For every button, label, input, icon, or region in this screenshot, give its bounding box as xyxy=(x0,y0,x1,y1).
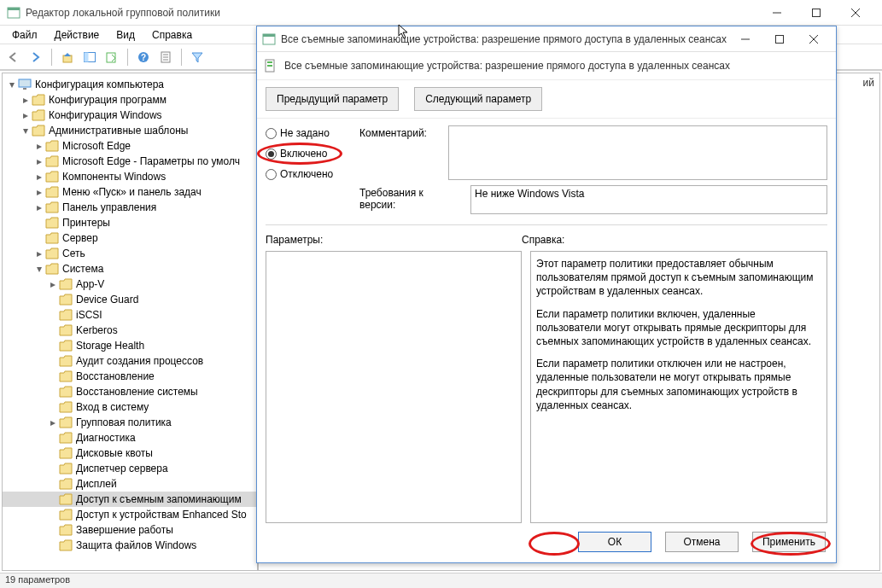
help-label: Справка: xyxy=(522,234,827,246)
tree-item[interactable]: ▸Сеть xyxy=(3,246,257,261)
chevron-right-icon[interactable]: ▸ xyxy=(20,108,32,123)
chevron-right-icon[interactable]: ▸ xyxy=(33,200,45,215)
toolbar-forward-button[interactable] xyxy=(26,47,46,67)
menu-file[interactable]: Файл xyxy=(5,27,44,43)
help-box[interactable]: Этот параметр политики предоставляет обы… xyxy=(530,251,827,523)
tree[interactable]: ▾ Конфигурация компьютера ▸Конфигурация … xyxy=(3,73,257,556)
tree-item[interactable]: Доступ к съемным запоминающим xyxy=(3,492,257,507)
folder-icon xyxy=(59,447,73,459)
folder-icon xyxy=(59,294,73,306)
tree-item-label: Конфигурация Windows xyxy=(49,108,162,123)
prev-setting-button[interactable]: Предыдущий параметр xyxy=(266,87,399,111)
menu-view[interactable]: Вид xyxy=(109,27,142,43)
tree-item[interactable]: Вход в систему xyxy=(3,399,257,415)
tree-item[interactable]: Диспетчер сервера xyxy=(3,461,257,476)
tree-item[interactable]: Device Guard xyxy=(3,292,257,307)
folder-icon xyxy=(59,309,73,321)
tree-item[interactable]: ▾Система xyxy=(3,261,257,277)
toolbar-back-button[interactable] xyxy=(3,47,24,67)
dialog-icon xyxy=(262,32,276,46)
cancel-button[interactable]: Отмена xyxy=(665,532,739,552)
tree-item-label: Аудит создания процессов xyxy=(76,353,203,369)
toolbar-filter-button[interactable] xyxy=(187,47,207,67)
radio-not-configured-label: Не задано xyxy=(280,127,330,139)
chevron-right-icon[interactable]: ▸ xyxy=(33,184,45,200)
toolbar-up-button[interactable] xyxy=(57,47,78,67)
tree-item[interactable]: Kerberos xyxy=(3,323,257,338)
tree-item[interactable]: Принтеры xyxy=(3,215,257,230)
folder-icon xyxy=(45,232,59,244)
tree-item[interactable]: Восстановление системы xyxy=(3,384,257,399)
tree-item[interactable]: ▸Microsoft Edge xyxy=(3,138,257,154)
chevron-right-icon[interactable]: ▸ xyxy=(33,169,45,184)
tree-item[interactable]: Защита файлов Windows xyxy=(3,538,257,553)
tree-pane[interactable]: ▾ Конфигурация компьютера ▸Конфигурация … xyxy=(2,73,258,571)
dialog-maximize-button[interactable] xyxy=(762,27,797,51)
tree-item-label: Microsoft Edge xyxy=(62,138,131,154)
chevron-down-icon[interactable]: ▾ xyxy=(33,261,45,277)
chevron-right-icon[interactable]: ▸ xyxy=(33,154,45,169)
tree-item[interactable]: ▸Групповая политика xyxy=(3,415,257,430)
comment-label: Комментарий: xyxy=(359,125,440,180)
tree-item[interactable]: Дисковые квоты xyxy=(3,445,257,461)
radio-disabled[interactable]: Отключено xyxy=(266,168,359,180)
tree-item[interactable]: ▸Панель управления xyxy=(3,200,257,215)
tree-item[interactable]: Восстановление xyxy=(3,369,257,384)
chevron-right-icon[interactable]: ▸ xyxy=(33,246,45,261)
chevron-down-icon[interactable]: ▾ xyxy=(6,77,18,92)
tree-item-label: Восстановление xyxy=(76,369,155,384)
menu-action[interactable]: Действие xyxy=(48,27,107,43)
next-setting-button[interactable]: Следующий параметр xyxy=(414,87,542,111)
chevron-right-icon[interactable]: ▸ xyxy=(33,138,45,154)
radio-not-configured[interactable]: Не задано xyxy=(266,127,359,139)
tree-item[interactable]: ▸Меню «Пуск» и панель задач xyxy=(3,184,257,200)
chevron-down-icon[interactable]: ▾ xyxy=(20,123,32,138)
tree-item-label: Диагностика xyxy=(76,430,136,445)
chevron-right-icon[interactable]: ▸ xyxy=(20,92,32,108)
apply-button[interactable]: Применить xyxy=(752,532,826,552)
tree-item[interactable]: ▸Конфигурация Windows xyxy=(3,108,257,123)
toolbar-help-button[interactable]: ? xyxy=(133,47,154,67)
main-minimize-button[interactable] xyxy=(757,0,797,26)
tree-item[interactable]: ▸Конфигурация программ xyxy=(3,92,257,108)
tree-item-label: Восстановление системы xyxy=(76,384,198,399)
tree-item[interactable]: Диагностика xyxy=(3,430,257,445)
tree-root[interactable]: ▾ Конфигурация компьютера xyxy=(3,77,257,92)
requirements-label: Требования к версии: xyxy=(359,185,462,211)
menu-help[interactable]: Справка xyxy=(145,27,199,43)
tree-item-label: Конфигурация программ xyxy=(49,92,166,108)
svg-rect-16 xyxy=(19,79,31,87)
main-close-button[interactable] xyxy=(836,0,875,26)
tree-item-label: App-V xyxy=(76,277,104,292)
tree-item[interactable]: Аудит создания процессов xyxy=(3,353,257,369)
tree-item-label: Microsoft Edge - Параметры по умолч xyxy=(62,154,240,169)
tree-item[interactable]: ▾Административные шаблоны xyxy=(3,123,257,138)
dialog-close-button[interactable] xyxy=(797,27,831,51)
chevron-right-icon[interactable]: ▸ xyxy=(47,415,59,430)
tree-item[interactable]: ▸Компоненты Windows xyxy=(3,169,257,184)
tree-item[interactable]: iSCSI xyxy=(3,307,257,323)
tree-item[interactable]: Сервер xyxy=(3,230,257,246)
radio-enabled[interactable]: Включено xyxy=(266,148,359,160)
tree-item[interactable]: Storage Health xyxy=(3,338,257,353)
chevron-right-icon[interactable]: ▸ xyxy=(47,277,59,292)
tree-item[interactable]: Доступ к устройствам Enhanced Sto xyxy=(3,507,257,522)
tree-item-label: Панель управления xyxy=(62,200,156,215)
dialog-minimize-button[interactable] xyxy=(728,27,762,51)
folder-icon xyxy=(59,463,73,474)
ok-button[interactable]: ОК xyxy=(578,532,651,552)
tree-item[interactable]: ▸Microsoft Edge - Параметры по умолч xyxy=(3,154,257,169)
main-maximize-button[interactable] xyxy=(797,0,836,26)
svg-rect-9 xyxy=(107,53,115,62)
toolbar-properties-button[interactable] xyxy=(155,47,176,67)
tree-item[interactable]: Завершение работы xyxy=(3,522,257,538)
tree-item[interactable]: Дисплей xyxy=(3,476,257,492)
radio-disabled-label: Отключено xyxy=(280,168,333,180)
dialog-titlebar[interactable]: Все съемные запоминающие устройства: раз… xyxy=(257,26,836,52)
toolbar-export-button[interactable] xyxy=(102,47,122,67)
tree-item[interactable]: ▸App-V xyxy=(3,277,257,292)
toolbar-show-hide-tree-button[interactable] xyxy=(79,47,100,67)
tree-item-label: Вход в систему xyxy=(76,399,149,415)
comment-field[interactable] xyxy=(448,125,827,180)
annotation-highlight-icon xyxy=(529,532,580,556)
